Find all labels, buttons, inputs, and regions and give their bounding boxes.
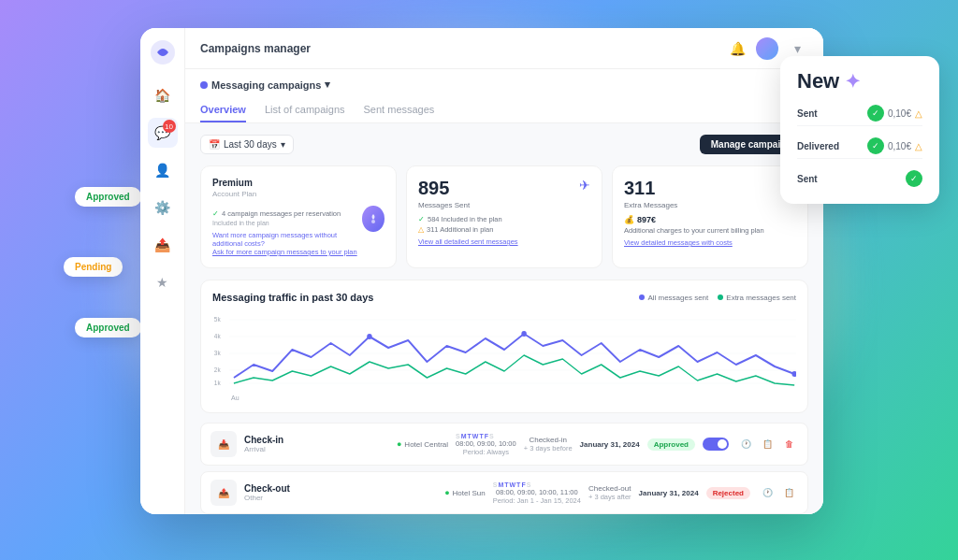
- whatsapp-icon: ●: [397, 439, 401, 449]
- plan-detail1: 4 campaign messages per reservation: [222, 209, 341, 218]
- campaign-selector[interactable]: Messaging campaigns ▾: [200, 75, 808, 94]
- alert-icon-0: △: [915, 108, 922, 119]
- sidebar-item-star[interactable]: ★: [148, 267, 178, 297]
- checkout-actions: 🕐 📋: [758, 483, 798, 502]
- checkin-status-label: Checked-in + 3 days before: [524, 436, 573, 452]
- extra-messages-card: 311 Extra Messages ≡ 💰 897€ Additional c…: [612, 165, 808, 268]
- chevron-down-icon: ▾: [325, 79, 330, 91]
- tab-list-campaigns[interactable]: List of campaigns: [265, 98, 345, 122]
- alert-icon-1: △: [915, 141, 922, 151]
- checkin-icon: 📥: [210, 431, 237, 457]
- hotel-name-2: Hotel Sun: [453, 489, 486, 497]
- checkin-type: Arrival: [244, 445, 389, 453]
- new-label: New ✦: [797, 69, 922, 93]
- checkin-actions: 🕐 📋 🗑: [736, 435, 798, 453]
- whatsapp-icon-2: ●: [444, 488, 449, 497]
- checkout-info: Check-out Other: [244, 483, 437, 502]
- checkout-time: 08:00, 09:00, 10:00, 11:00: [493, 488, 581, 496]
- checkout-period: Period: Jan 1 - Jan 15, 2024: [493, 496, 581, 505]
- extra-messages-label: Extra Messages: [624, 201, 677, 209]
- calendar-icon: 📅: [209, 139, 220, 150]
- sidebar-item-send[interactable]: 📤: [148, 230, 178, 260]
- plan-included: Included in the plan: [212, 220, 362, 226]
- msg-status-2: Sent: [797, 174, 818, 184]
- message-row-2: Sent ✓: [797, 166, 922, 191]
- tab-overview[interactable]: Overview: [200, 98, 246, 122]
- extra-link[interactable]: View detailed messages with costs: [624, 238, 796, 247]
- checkout-schedule-days: SMTWTFS: [493, 481, 581, 488]
- checkout-hotel: ● Hotel Sun: [444, 488, 486, 497]
- send-icon: ✈: [579, 178, 590, 193]
- extra-desc: Additional charges to your current billi…: [624, 226, 796, 235]
- app-window: 🏠 💬 10 👤 ⚙️ 📤 ★ Campaigns manager 🔔 ▾ Me…: [140, 28, 823, 514]
- campaign-row-checkout: 📤 Check-out Other ● Hotel Sun SMTWTFS 08…: [200, 471, 808, 514]
- x-label-start: Au: [231, 395, 240, 401]
- checkout-type: Other: [244, 494, 437, 502]
- campaign-dot: [200, 81, 208, 89]
- svg-text:3k: 3k: [214, 350, 221, 356]
- notification-icon[interactable]: 🔔: [726, 37, 748, 60]
- copy-icon-2[interactable]: 📋: [779, 483, 798, 502]
- plan-subtitle: Account Plan: [212, 190, 385, 198]
- delete-icon[interactable]: 🗑: [779, 435, 798, 453]
- svg-point-13: [521, 331, 527, 337]
- sent-messages-link[interactable]: View all detailed sent messages: [418, 237, 590, 246]
- checkin-toggle[interactable]: [703, 438, 729, 451]
- checkout-name: Check-out: [244, 483, 437, 494]
- pending-pill: Pending: [64, 257, 123, 277]
- sidebar-item-users[interactable]: 👤: [148, 155, 178, 185]
- check-icon: ✓: [212, 209, 219, 218]
- svg-text:4k: 4k: [214, 333, 221, 339]
- legend-dot-blue: [639, 294, 645, 300]
- checkin-time: 08:00, 09:00, 10:00: [456, 439, 516, 448]
- chart-header: Messaging traffic in past 30 days All me…: [212, 292, 796, 303]
- date-filter[interactable]: 📅 Last 30 days ▾: [200, 135, 294, 154]
- checkin-name: Check-in: [244, 435, 389, 445]
- new-feature-card: New ✦ Sent ✓ 0,10€ △ Delivered ✓ 0,10€ △…: [780, 56, 939, 204]
- messages-sent-number: 895: [418, 178, 470, 199]
- plan-detail2: Want more campaign messages without addi…: [212, 231, 362, 248]
- campaign-row-checkin: 📥 Check-in Arrival ● Hotel Central SMTWT…: [200, 423, 808, 466]
- legend-label-all: All messages sent: [647, 294, 708, 302]
- checkout-status-label: Checked-out + 3 days after: [588, 484, 631, 501]
- campaigns-list: 📥 Check-in Arrival ● Hotel Central SMTWT…: [200, 423, 808, 514]
- app-logo[interactable]: [150, 39, 176, 65]
- chart-title: Messaging traffic in past 30 days: [212, 292, 373, 303]
- tab-sent-messages[interactable]: Sent messages: [364, 98, 435, 122]
- chart-card: Messaging traffic in past 30 days All me…: [200, 280, 808, 413]
- checkout-date: January 31, 2024: [639, 489, 699, 497]
- sidebar-item-home[interactable]: 🏠: [148, 80, 178, 110]
- sidebar-item-messages[interactable]: 💬 10: [148, 118, 178, 148]
- traffic-chart: 5k 4k 3k 2k 1k: [212, 310, 796, 395]
- filter-bar: 📅 Last 30 days ▾ Manage campaigns: [200, 135, 808, 154]
- plan-link[interactable]: Ask for more campaign messages to your p…: [212, 248, 362, 256]
- sidebar: 🏠 💬 10 👤 ⚙️ 📤 ★: [140, 28, 185, 514]
- svg-point-12: [367, 334, 372, 339]
- user-avatar[interactable]: [756, 37, 778, 60]
- chart-legend: All messages sent Extra messages sent: [639, 294, 796, 302]
- topbar: Campaigns manager 🔔 ▾: [185, 28, 823, 69]
- svg-text:1k: 1k: [214, 380, 221, 386]
- clock-icon[interactable]: 🕐: [736, 435, 755, 453]
- check-icon-2: ✓: [418, 215, 425, 223]
- svg-text:5k: 5k: [214, 316, 221, 323]
- message-row-0: Sent ✓ 0,10€ △: [797, 101, 922, 126]
- legend-label-extra: Extra messages sent: [726, 294, 796, 302]
- tabs: Overview List of campaigns Sent messages: [200, 98, 808, 122]
- copy-icon[interactable]: 📋: [758, 435, 777, 453]
- cost-icon: 💰: [624, 215, 634, 224]
- sparkle-icon: ✦: [845, 70, 861, 93]
- checkout-status-badge: Rejected: [706, 487, 750, 499]
- sidebar-item-settings[interactable]: ⚙️: [148, 193, 178, 223]
- checkout-schedule: SMTWTFS 08:00, 09:00, 10:00, 11:00 Perio…: [493, 481, 581, 505]
- included-text: 584 Included in the plan: [428, 215, 502, 223]
- approved-pill-2: Approved: [75, 318, 141, 337]
- campaign-selector-label: Messaging campaigns: [211, 79, 321, 91]
- msg-status-1: Delivered: [797, 141, 839, 151]
- plan-title: Premium: [212, 178, 385, 188]
- page-title: Campaigns manager: [200, 42, 718, 55]
- hotel-name: Hotel Central: [404, 440, 448, 449]
- legend-extra-messages: Extra messages sent: [718, 294, 796, 302]
- msg-cost-0: 0,10€: [888, 108, 911, 119]
- clock-icon-2[interactable]: 🕐: [758, 483, 777, 502]
